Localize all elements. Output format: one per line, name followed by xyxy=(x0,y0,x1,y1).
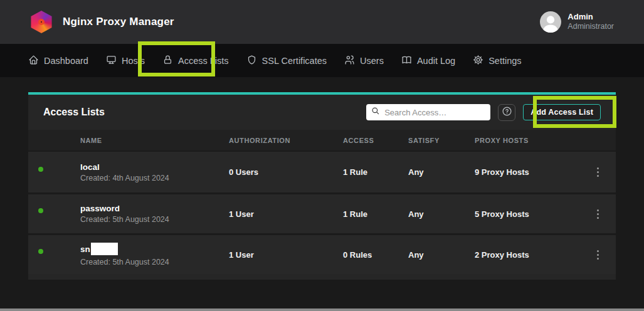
nav-label: Audit Log xyxy=(417,56,455,66)
app-title: Nginx Proxy Manager xyxy=(63,16,174,28)
search-input[interactable] xyxy=(384,108,485,117)
app-header: Nginx Proxy Manager Admin Administrator xyxy=(0,0,644,44)
access-value: 1 Rule xyxy=(343,209,408,219)
access-list-created: Created: 4th August 2024 xyxy=(80,174,229,182)
table-row[interactable]: local Created: 4th August 2024 0 Users 1… xyxy=(28,152,616,192)
access-list-name: sn xyxy=(80,245,90,254)
question-circle-icon xyxy=(502,106,512,119)
satisfy-value: Any xyxy=(408,167,475,177)
monitor-icon xyxy=(106,55,117,67)
home-icon xyxy=(28,55,39,67)
online-status-dot xyxy=(37,207,45,214)
user-name: Admin xyxy=(567,12,614,22)
online-status-dot xyxy=(37,248,45,255)
authorization-value: 1 User xyxy=(229,250,343,260)
online-status-dot xyxy=(37,166,45,173)
nav-item-hosts[interactable]: Hosts xyxy=(97,44,154,77)
nav-label: Users xyxy=(360,56,384,66)
book-icon xyxy=(401,55,412,67)
main-nav: Dashboard Hosts Access Lists SSL Certifi… xyxy=(0,44,644,77)
column-header-proxy-hosts: PROXY HOSTS xyxy=(475,137,580,144)
nav-item-settings[interactable]: Settings xyxy=(464,44,530,77)
access-list-name: password xyxy=(80,204,120,213)
help-button[interactable] xyxy=(498,104,515,121)
users-icon xyxy=(344,55,355,67)
table-header-row: NAME AUTHORIZATION ACCESS SATISFY PROXY … xyxy=(28,130,616,152)
lock-icon xyxy=(162,55,173,67)
access-lists-panel: Access Lists Add Access List NAME AUTHOR… xyxy=(28,92,616,280)
authorization-value: 0 Users xyxy=(229,167,343,177)
add-access-list-button[interactable]: Add Access List xyxy=(523,104,601,120)
window-bottom-edge xyxy=(0,308,644,311)
redaction-box xyxy=(91,243,118,255)
nav-label: Hosts xyxy=(122,56,145,66)
nav-item-audit-log[interactable]: Audit Log xyxy=(393,44,464,77)
satisfy-value: Any xyxy=(408,209,475,219)
panel-title: Access Lists xyxy=(43,107,105,118)
access-value: 0 Rules xyxy=(343,250,408,260)
access-value: 1 Rule xyxy=(343,167,408,177)
column-header-authorization: AUTHORIZATION xyxy=(229,137,343,144)
access-list-created: Created: 5th August 2024 xyxy=(80,258,229,266)
authorization-value: 1 User xyxy=(229,209,343,219)
row-menu-kebab-icon[interactable] xyxy=(595,165,601,179)
column-header-satisfy: SATISFY xyxy=(408,137,475,144)
app-logo-icon xyxy=(30,11,53,33)
access-list-created: Created: 5th August 2024 xyxy=(80,215,229,224)
search-icon xyxy=(371,107,380,118)
nav-item-users[interactable]: Users xyxy=(335,44,393,77)
nav-item-ssl-certificates[interactable]: SSL Certificates xyxy=(238,44,335,77)
proxy-hosts-value: 9 Proxy Hosts xyxy=(475,167,580,177)
row-menu-kebab-icon[interactable] xyxy=(595,207,601,221)
nav-label: Dashboard xyxy=(44,56,88,66)
nav-item-dashboard[interactable]: Dashboard xyxy=(19,44,97,77)
page-content: Access Lists Add Access List NAME AUTHOR… xyxy=(0,77,644,311)
nav-label: Settings xyxy=(488,56,521,66)
column-header-name: NAME xyxy=(80,137,229,144)
access-list-name: local xyxy=(80,162,100,172)
search-box xyxy=(366,104,490,120)
row-menu-kebab-icon[interactable] xyxy=(595,248,601,262)
proxy-hosts-value: 2 Proxy Hosts xyxy=(475,250,580,260)
nav-label: SSL Certificates xyxy=(262,56,327,66)
shield-icon xyxy=(246,55,257,67)
user-menu[interactable]: Admin Administrator xyxy=(540,11,614,33)
user-role: Administrator xyxy=(567,22,614,32)
table-row[interactable]: password Created: 5th August 2024 1 User… xyxy=(28,192,616,233)
table-row[interactable]: sn Created: 5th August 2024 1 User 0 Rul… xyxy=(28,233,616,274)
column-header-access: ACCESS xyxy=(343,137,408,144)
user-avatar xyxy=(540,11,561,33)
proxy-hosts-value: 5 Proxy Hosts xyxy=(475,209,580,219)
app-brand: Nginx Proxy Manager xyxy=(30,11,174,33)
satisfy-value: Any xyxy=(408,250,475,260)
nav-label: Access Lists xyxy=(178,56,229,66)
gear-icon xyxy=(473,55,483,67)
nav-item-access-lists[interactable]: Access Lists xyxy=(154,44,238,77)
